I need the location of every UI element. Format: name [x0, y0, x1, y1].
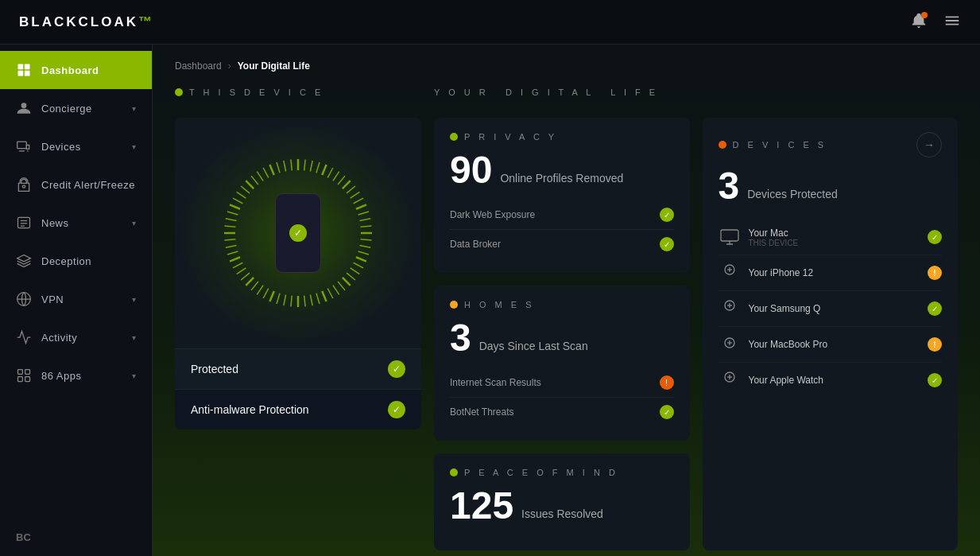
samsung-icon-wrapper [719, 297, 741, 320]
devices-dot [719, 141, 726, 149]
breadcrumb-parent: Dashboard [175, 60, 222, 72]
notification-bell[interactable] [910, 12, 928, 33]
macbook-status: ! [928, 337, 942, 352]
mac-info: Your Mac THIS DEVICE [749, 227, 799, 247]
svg-rect-11 [25, 370, 30, 375]
privacy-stat-label: Online Profiles Removed [500, 172, 623, 189]
sidebar-label-concierge: Concierge [41, 103, 122, 115]
laptop-icon [720, 336, 739, 352]
device-list-item-iphone[interactable]: Your iPhone 12 ! [719, 255, 943, 291]
devices-title-row: D E V I C E S → [719, 132, 943, 157]
antimalware-row: Anti-malware Protection ✓ [175, 389, 421, 430]
homes-section-header: H O M E S [450, 300, 535, 309]
peace-title-row: P E A C E O F M I N D [450, 468, 674, 477]
sidebar-label-news: News [41, 217, 122, 229]
privacy-title-row: P R I V A C Y [450, 132, 674, 142]
homes-label: H O M E S [464, 300, 535, 309]
sidebar-item-dashboard[interactable]: Dashboard [0, 51, 152, 89]
macbook-icon-wrapper [719, 333, 741, 356]
topnav: BLACKCLOAK™ [0, 0, 980, 45]
samsung-status: ✓ [928, 301, 942, 316]
logo: BLACKCLOAK™ [19, 14, 154, 30]
breadcrumb-current: Your Digital Life [238, 60, 310, 72]
devices-panel-card: D E V I C E S → 3 Devices Protected [703, 118, 959, 550]
activity-icon [16, 329, 32, 345]
mac-status: ✓ [928, 230, 942, 244]
peace-section-header: P E A C E O F M I N D [450, 468, 618, 477]
internet-scan-label: Internet Scan Results [450, 377, 541, 388]
devices-stat-label: Devices Protected [747, 188, 838, 205]
samsung-info: Your Samsung Q [749, 303, 821, 314]
this-device-column: ✓ Protected ✓ Anti-malware Protection ✓ [175, 118, 421, 430]
breadcrumb-sep: › [228, 60, 231, 72]
sidebar-label-dashboard: Dashboard [41, 64, 136, 76]
svg-rect-10 [18, 370, 23, 375]
sidebar-item-vpn[interactable]: VPN ▾ [0, 280, 152, 318]
privacy-row-1: Data Broker ✓ [450, 230, 674, 259]
phone-device: ✓ [275, 193, 321, 273]
devices-arrow-btn[interactable]: → [916, 132, 942, 157]
device-list-item-samsung[interactable]: Your Samsung Q ✓ [719, 291, 943, 327]
svg-rect-12 [18, 377, 23, 382]
device-list-item-watch[interactable]: Your Apple Watch ✓ [719, 363, 943, 398]
sidebar-item-credit[interactable]: Credit Alert/Freeze [0, 165, 152, 204]
concierge-chevron: ▾ [132, 104, 136, 113]
data-broker-status: ✓ [660, 237, 674, 251]
protected-check: ✓ [388, 360, 405, 378]
privacy-label: P R I V A C Y [464, 132, 557, 142]
data-broker-label: Data Broker [450, 239, 501, 250]
device-list-item-macbook[interactable]: Your MacBook Pro ! [719, 327, 943, 363]
ring-container: ✓ [211, 146, 385, 321]
deception-icon [16, 253, 32, 269]
sidebar-item-news[interactable]: News ▾ [0, 204, 152, 242]
apps-chevron: ▾ [132, 371, 136, 380]
news-icon [16, 215, 32, 231]
mac-sub: THIS DEVICE [749, 239, 799, 247]
sidebar: Dashboard Concierge ▾ Devices ▾ Cre [0, 45, 153, 556]
svg-point-4 [21, 103, 27, 108]
device-item-left-macbook: Your MacBook Pro [719, 333, 828, 356]
sidebar-label-devices: Devices [41, 141, 122, 153]
homes-stat-label: Days Since Last Scan [479, 340, 588, 357]
sidebar-label-vpn: VPN [41, 294, 122, 305]
antimalware-check: ✓ [388, 401, 405, 418]
device-list-item-mac[interactable]: Your Mac THIS DEVICE ✓ [719, 220, 943, 255]
monitor-icon [720, 229, 739, 245]
peace-dot [450, 469, 458, 476]
sidebar-label-apps: 86 Apps [41, 370, 122, 382]
hamburger-menu[interactable] [943, 12, 961, 33]
vpn-chevron: ▾ [132, 295, 136, 304]
credit-icon [16, 177, 32, 192]
watch-info: Your Apple Watch [749, 375, 824, 386]
sidebar-item-apps[interactable]: 86 Apps ▾ [0, 356, 152, 395]
activity-chevron: ▾ [132, 333, 136, 342]
watch-name: Your Apple Watch [749, 375, 824, 386]
phone-check-icon: ✓ [289, 224, 307, 242]
sidebar-item-deception[interactable]: Deception [0, 242, 152, 280]
peace-stat-number: 125 [450, 487, 513, 525]
svg-rect-3 [25, 71, 30, 76]
sidebar-item-devices[interactable]: Devices ▾ [0, 127, 152, 165]
svg-rect-1 [25, 64, 30, 70]
vpn-icon [16, 291, 32, 307]
svg-rect-5 [17, 142, 27, 148]
mac-name: Your Mac [749, 227, 799, 239]
dashboard-icon [16, 62, 32, 78]
peace-label: P E A C E O F M I N D [464, 468, 618, 477]
devices-chevron: ▾ [132, 142, 136, 151]
sidebar-label-deception: Deception [41, 255, 136, 267]
privacy-section-header: P R I V A C Y [450, 132, 557, 142]
homes-stat-number: 3 [450, 319, 471, 357]
devices-section-header: D E V I C E S [719, 140, 827, 150]
dark-web-label: Dark Web Exposure [450, 209, 535, 220]
macbook-info: Your MacBook Pro [749, 339, 828, 350]
digital-life-section-header: Y O U R D I G I T A L L I F E [434, 87, 958, 97]
botnet-threats-status: ✓ [660, 405, 674, 419]
peace-stat-label: Issues Resolved [521, 507, 603, 525]
sidebar-item-activity[interactable]: Activity ▾ [0, 318, 152, 356]
concierge-icon [16, 100, 32, 116]
device-visual: ✓ [175, 118, 421, 348]
sidebar-item-concierge[interactable]: Concierge ▾ [0, 89, 152, 127]
svg-rect-13 [25, 377, 30, 382]
content-row: ✓ Protected ✓ Anti-malware Protection ✓ [175, 118, 958, 550]
